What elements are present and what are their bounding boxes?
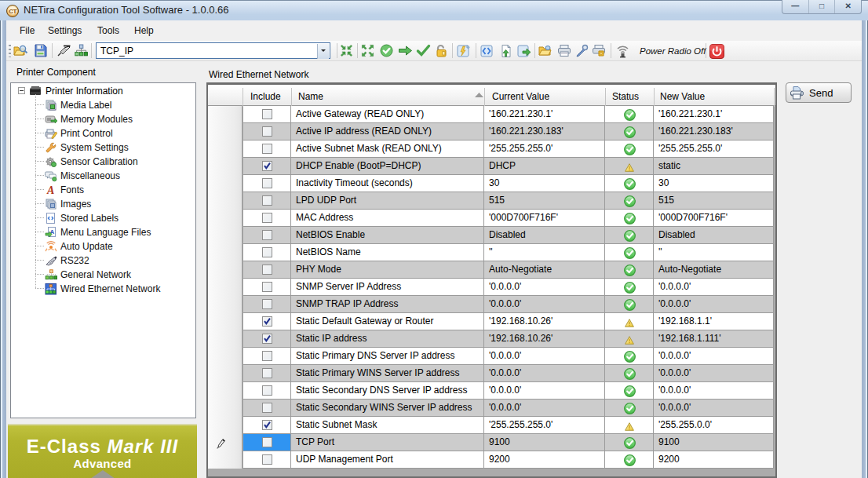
svg-text:A: A [46, 184, 54, 196]
